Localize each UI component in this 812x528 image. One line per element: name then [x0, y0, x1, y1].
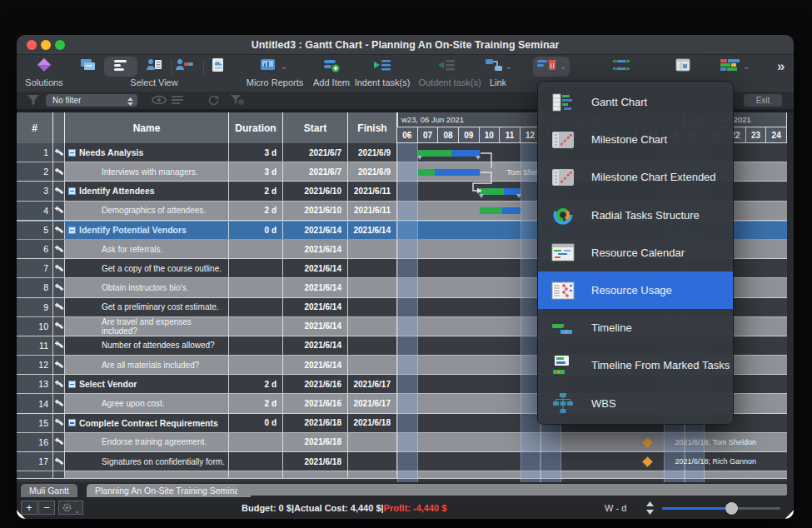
- menu-item-milestone-chart-extended[interactable]: Milestone Chart Extended: [538, 158, 733, 196]
- start-date-cell[interactable]: 2021/6/10: [283, 202, 348, 220]
- row-number-cell[interactable]: 2: [17, 162, 53, 181]
- finish-date-cell[interactable]: 2021/6/17: [348, 394, 397, 412]
- task-name-cell[interactable]: Demographics of attendees.: [65, 202, 229, 220]
- start-date-cell[interactable]: 2021/6/7: [283, 143, 348, 162]
- outdent-button[interactable]: [430, 57, 463, 77]
- task-name-cell[interactable]: Identify Attendees: [65, 182, 229, 200]
- menu-item-resource-calendar[interactable]: Resource Calendar: [538, 234, 733, 271]
- task-name-cell[interactable]: Get a copy of the course outline.: [65, 259, 229, 277]
- horizontal-scrollbar[interactable]: [237, 484, 787, 496]
- duration-cell[interactable]: 3 d: [229, 143, 283, 162]
- task-tool-icon[interactable]: [53, 162, 65, 181]
- task-name-cell[interactable]: Select Vendor: [65, 375, 229, 393]
- row-number-cell[interactable]: 16: [17, 433, 53, 451]
- finish-date-cell[interactable]: [348, 452, 397, 471]
- start-date-cell[interactable]: 2021/6/10: [283, 182, 348, 200]
- row-number-cell[interactable]: 8: [17, 278, 53, 296]
- view-cards-button[interactable]: [71, 57, 104, 77]
- finish-date-cell[interactable]: 2021/6/9: [348, 162, 397, 181]
- duration-cell[interactable]: 2 d: [229, 182, 283, 200]
- timescale-stepper[interactable]: [646, 501, 654, 518]
- task-tool-icon[interactable]: [53, 375, 65, 393]
- view-switch-button[interactable]: ⌄: [533, 57, 570, 77]
- zoom-slider[interactable]: [662, 507, 780, 510]
- duration-cell[interactable]: 3 d: [229, 162, 283, 181]
- task-name-cell[interactable]: Interviews with managers.: [65, 162, 229, 181]
- collapse-icon[interactable]: [68, 227, 76, 234]
- eye-icon[interactable]: [152, 94, 167, 109]
- task-name-cell[interactable]: Ask for referrals.: [65, 240, 229, 258]
- menu-item-gantt-chart[interactable]: Gantt Chart: [538, 83, 733, 121]
- multibar-button[interactable]: ⌄: [716, 57, 753, 77]
- menu-item-timeline[interactable]: Timeline: [538, 309, 733, 346]
- row-number-cell[interactable]: 17: [17, 452, 53, 471]
- start-date-cell[interactable]: 2021/6/7: [283, 162, 348, 181]
- duration-cell[interactable]: [229, 298, 283, 316]
- collapse-icon[interactable]: [68, 187, 76, 195]
- menu-item-wbs[interactable]: WBS: [538, 385, 733, 422]
- col-header-finish[interactable]: Finish: [348, 112, 397, 143]
- duration-cell[interactable]: [229, 336, 283, 355]
- menu-item-resource-usage[interactable]: Resource Usage: [538, 271, 733, 309]
- duration-cell[interactable]: [229, 433, 283, 451]
- exit-button[interactable]: Exit: [744, 94, 782, 107]
- row-number-cell[interactable]: 13: [17, 375, 53, 393]
- start-date-cell[interactable]: 2021/6/16: [283, 375, 348, 393]
- menu-item-milestone-chart[interactable]: Milestone Chart: [538, 121, 733, 158]
- row-number-cell[interactable]: 1: [17, 143, 53, 162]
- start-date-cell[interactable]: 2021/6/14: [283, 222, 348, 239]
- tab-muli-gantt[interactable]: Muli Gantt: [21, 484, 77, 497]
- start-date-cell[interactable]: 2021/6/18: [283, 433, 348, 451]
- task-name-cell[interactable]: Complete Contract Requirements: [65, 414, 229, 432]
- start-date-cell[interactable]: 2021/6/14: [283, 259, 348, 277]
- task-name-cell[interactable]: Are all materials included?: [65, 356, 229, 374]
- finish-date-cell[interactable]: [348, 278, 397, 296]
- row-number-cell[interactable]: 7: [17, 259, 53, 277]
- finish-date-cell[interactable]: 2021/6/18: [348, 414, 397, 432]
- finish-date-cell[interactable]: [348, 240, 397, 258]
- task-tool-icon[interactable]: [53, 452, 65, 471]
- filter-clear-icon[interactable]: [230, 94, 245, 109]
- finish-date-cell[interactable]: [348, 433, 397, 451]
- row-number-cell[interactable]: 14: [17, 394, 53, 412]
- duration-cell[interactable]: 2 d: [229, 375, 283, 393]
- split-task-button[interactable]: [605, 57, 638, 77]
- start-date-cell[interactable]: 2021/6/18: [283, 414, 348, 432]
- row-number-cell[interactable]: 4: [17, 202, 53, 220]
- tab-planning-seminar[interactable]: Planning An On-Site Training Seminar: [87, 484, 251, 497]
- solutions-button[interactable]: [27, 57, 61, 77]
- task-tool-icon[interactable]: [53, 317, 65, 336]
- task-tool-icon[interactable]: [53, 240, 65, 258]
- collapse-icon[interactable]: [68, 381, 76, 388]
- duration-cell[interactable]: 0 d: [229, 222, 283, 239]
- zoom-slider-thumb[interactable]: [725, 502, 738, 515]
- finish-date-cell[interactable]: [348, 317, 397, 336]
- task-tool-icon[interactable]: [53, 202, 65, 220]
- micro-reports-button[interactable]: ⌄: [257, 57, 290, 77]
- duration-cell[interactable]: [229, 278, 283, 296]
- row-number-cell[interactable]: 10: [17, 317, 53, 336]
- start-date-cell[interactable]: 2021/6/14: [283, 298, 348, 316]
- toolbar-overflow-button[interactable]: »: [777, 58, 785, 75]
- finish-date-cell[interactable]: 2021/6/17: [348, 375, 397, 393]
- finish-date-cell[interactable]: [348, 356, 397, 374]
- calendar-button[interactable]: [666, 57, 700, 77]
- task-tool-icon[interactable]: [53, 278, 65, 296]
- collapse-icon[interactable]: [68, 419, 76, 426]
- row-number-cell[interactable]: 11: [17, 336, 53, 355]
- row-number-cell[interactable]: 9: [17, 298, 53, 316]
- list-lines-icon[interactable]: [170, 94, 185, 109]
- start-date-cell[interactable]: 2021/6/14: [283, 278, 348, 296]
- col-header-start[interactable]: Start: [283, 112, 348, 143]
- menu-item-timeline-from-marked-tasks[interactable]: Timeline From Marked Tasks: [538, 346, 733, 384]
- view-report-button[interactable]: [202, 57, 235, 77]
- task-name-cell[interactable]: Are travel and expenses included?: [65, 317, 229, 336]
- start-date-cell[interactable]: 2021/6/18: [283, 452, 348, 471]
- zoom-out-button[interactable]: −: [38, 501, 55, 515]
- col-header-name[interactable]: Name: [65, 112, 229, 143]
- duration-cell[interactable]: [229, 259, 283, 277]
- duration-cell[interactable]: [229, 452, 283, 471]
- finish-date-cell[interactable]: 2021/6/11: [348, 182, 397, 200]
- start-date-cell[interactable]: 2021/6/14: [283, 240, 348, 258]
- finish-date-cell[interactable]: [348, 298, 397, 316]
